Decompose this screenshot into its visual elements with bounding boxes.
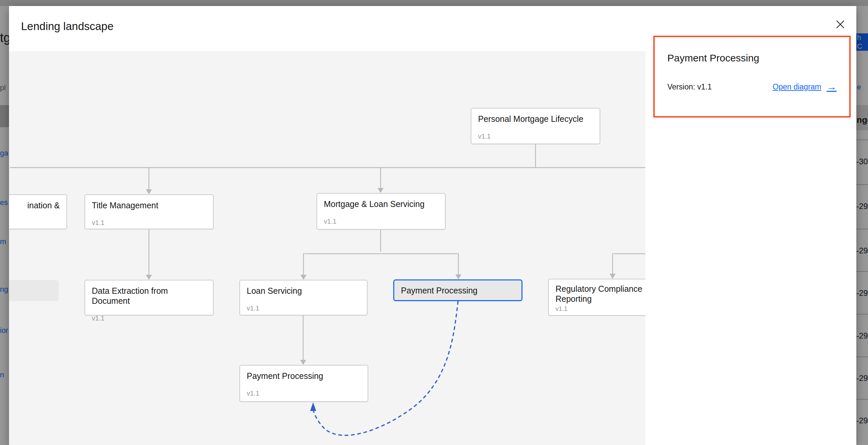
node-partial-ghost[interactable] — [9, 280, 59, 301]
node-title: Loan Servicing — [247, 286, 360, 296]
node-mortgage-loan-servicing[interactable]: Mortgage & Loan Servicing v1.1 — [316, 193, 446, 230]
node-title: Title Management — [92, 200, 206, 210]
node-personal-mortgage-lifecycle[interactable]: Personal Mortgage Lifecycle v1.1 — [471, 108, 600, 144]
node-title: Payment Processing — [401, 285, 477, 295]
node-payment-processing-selected[interactable]: Payment Processing — [393, 279, 523, 301]
node-title: Regulatory Compliance Reporting — [556, 284, 645, 304]
lending-landscape-modal: Lending landscape — [9, 6, 856, 445]
node-version: v1.1 — [247, 305, 360, 312]
modal-title: Lending landscape — [21, 20, 114, 33]
node-title: Mortgage & Loan Servicing — [324, 199, 438, 209]
node-version: v1.1 — [92, 315, 206, 322]
node-title: Payment Processing — [247, 371, 361, 381]
open-diagram-link[interactable]: Open diagram→ — [773, 81, 837, 93]
detail-title: Payment Processing — [668, 53, 837, 64]
landscape-diagram-canvas[interactable]: Personal Mortgage Lifecycle v1.1 ination… — [9, 51, 645, 445]
close-icon — [835, 19, 845, 30]
arrow-right-icon: → — [827, 81, 837, 93]
node-regulatory-compliance[interactable]: Regulatory Compliance Reporting v1.1 — [548, 279, 645, 316]
node-origination-partial[interactable]: ination & — [9, 194, 67, 229]
node-version: v1.1 — [92, 219, 206, 227]
node-version: v1.1 — [324, 218, 438, 225]
node-title: Data Extraction from Document — [92, 286, 206, 306]
detail-version: Version: v1.1 — [668, 83, 712, 92]
node-version: v1.1 — [556, 305, 645, 313]
node-title: Personal Mortgage Lifecycle — [478, 114, 593, 124]
node-loan-servicing[interactable]: Loan Servicing v1.1 — [239, 280, 368, 315]
node-version: v1.1 — [478, 132, 593, 140]
node-title: ination & — [9, 200, 60, 210]
node-payment-processing-v11[interactable]: Payment Processing v1.1 — [239, 365, 368, 402]
close-button[interactable] — [831, 15, 850, 34]
node-data-extraction[interactable]: Data Extraction from Document v1.1 — [85, 280, 214, 315]
node-title-management[interactable]: Title Management v1.1 — [85, 194, 214, 229]
node-version: v1.1 — [247, 389, 361, 397]
selected-node-detail-card: Payment Processing Version: v1.1 Open di… — [653, 36, 850, 118]
